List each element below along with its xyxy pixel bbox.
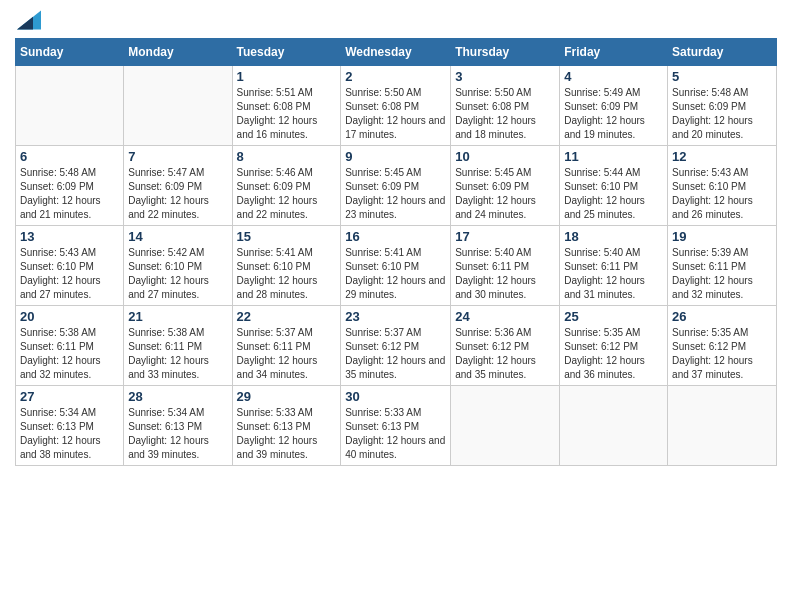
calendar-cell: 29Sunrise: 5:33 AM Sunset: 6:13 PM Dayli… [232,386,341,466]
day-number: 5 [672,69,772,84]
calendar-cell: 2Sunrise: 5:50 AM Sunset: 6:08 PM Daylig… [341,66,451,146]
calendar-week-row: 27Sunrise: 5:34 AM Sunset: 6:13 PM Dayli… [16,386,777,466]
calendar-cell: 1Sunrise: 5:51 AM Sunset: 6:08 PM Daylig… [232,66,341,146]
calendar-week-row: 20Sunrise: 5:38 AM Sunset: 6:11 PM Dayli… [16,306,777,386]
day-info: Sunrise: 5:48 AM Sunset: 6:09 PM Dayligh… [20,166,119,222]
calendar-cell: 21Sunrise: 5:38 AM Sunset: 6:11 PM Dayli… [124,306,232,386]
day-info: Sunrise: 5:50 AM Sunset: 6:08 PM Dayligh… [345,86,446,142]
calendar-cell: 27Sunrise: 5:34 AM Sunset: 6:13 PM Dayli… [16,386,124,466]
calendar-cell: 23Sunrise: 5:37 AM Sunset: 6:12 PM Dayli… [341,306,451,386]
day-info: Sunrise: 5:45 AM Sunset: 6:09 PM Dayligh… [345,166,446,222]
day-number: 26 [672,309,772,324]
day-info: Sunrise: 5:43 AM Sunset: 6:10 PM Dayligh… [20,246,119,302]
day-info: Sunrise: 5:38 AM Sunset: 6:11 PM Dayligh… [20,326,119,382]
calendar-cell [560,386,668,466]
page-header [15,10,777,30]
day-number: 30 [345,389,446,404]
day-number: 7 [128,149,227,164]
day-info: Sunrise: 5:39 AM Sunset: 6:11 PM Dayligh… [672,246,772,302]
day-number: 17 [455,229,555,244]
calendar-cell: 12Sunrise: 5:43 AM Sunset: 6:10 PM Dayli… [668,146,777,226]
day-info: Sunrise: 5:36 AM Sunset: 6:12 PM Dayligh… [455,326,555,382]
calendar-cell: 24Sunrise: 5:36 AM Sunset: 6:12 PM Dayli… [451,306,560,386]
day-info: Sunrise: 5:35 AM Sunset: 6:12 PM Dayligh… [672,326,772,382]
calendar-cell: 13Sunrise: 5:43 AM Sunset: 6:10 PM Dayli… [16,226,124,306]
weekday-header-wednesday: Wednesday [341,39,451,66]
day-info: Sunrise: 5:45 AM Sunset: 6:09 PM Dayligh… [455,166,555,222]
day-number: 15 [237,229,337,244]
calendar-cell: 26Sunrise: 5:35 AM Sunset: 6:12 PM Dayli… [668,306,777,386]
day-number: 23 [345,309,446,324]
weekday-header-monday: Monday [124,39,232,66]
calendar-cell: 9Sunrise: 5:45 AM Sunset: 6:09 PM Daylig… [341,146,451,226]
day-number: 6 [20,149,119,164]
calendar-week-row: 1Sunrise: 5:51 AM Sunset: 6:08 PM Daylig… [16,66,777,146]
calendar-header-row: SundayMondayTuesdayWednesdayThursdayFrid… [16,39,777,66]
day-info: Sunrise: 5:44 AM Sunset: 6:10 PM Dayligh… [564,166,663,222]
day-info: Sunrise: 5:33 AM Sunset: 6:13 PM Dayligh… [345,406,446,462]
calendar-cell [451,386,560,466]
day-info: Sunrise: 5:40 AM Sunset: 6:11 PM Dayligh… [455,246,555,302]
calendar-cell: 25Sunrise: 5:35 AM Sunset: 6:12 PM Dayli… [560,306,668,386]
day-number: 4 [564,69,663,84]
calendar-cell: 3Sunrise: 5:50 AM Sunset: 6:08 PM Daylig… [451,66,560,146]
calendar-cell: 5Sunrise: 5:48 AM Sunset: 6:09 PM Daylig… [668,66,777,146]
calendar-week-row: 6Sunrise: 5:48 AM Sunset: 6:09 PM Daylig… [16,146,777,226]
day-number: 25 [564,309,663,324]
calendar-cell: 18Sunrise: 5:40 AM Sunset: 6:11 PM Dayli… [560,226,668,306]
day-number: 22 [237,309,337,324]
day-number: 24 [455,309,555,324]
calendar-cell: 19Sunrise: 5:39 AM Sunset: 6:11 PM Dayli… [668,226,777,306]
day-info: Sunrise: 5:37 AM Sunset: 6:12 PM Dayligh… [345,326,446,382]
calendar-cell: 20Sunrise: 5:38 AM Sunset: 6:11 PM Dayli… [16,306,124,386]
day-info: Sunrise: 5:42 AM Sunset: 6:10 PM Dayligh… [128,246,227,302]
day-number: 21 [128,309,227,324]
day-number: 11 [564,149,663,164]
calendar-table: SundayMondayTuesdayWednesdayThursdayFrid… [15,38,777,466]
weekday-header-sunday: Sunday [16,39,124,66]
day-number: 9 [345,149,446,164]
day-number: 28 [128,389,227,404]
day-number: 8 [237,149,337,164]
calendar-cell: 8Sunrise: 5:46 AM Sunset: 6:09 PM Daylig… [232,146,341,226]
calendar-cell: 15Sunrise: 5:41 AM Sunset: 6:10 PM Dayli… [232,226,341,306]
day-info: Sunrise: 5:50 AM Sunset: 6:08 PM Dayligh… [455,86,555,142]
calendar-cell: 17Sunrise: 5:40 AM Sunset: 6:11 PM Dayli… [451,226,560,306]
calendar-cell [16,66,124,146]
calendar-cell: 11Sunrise: 5:44 AM Sunset: 6:10 PM Dayli… [560,146,668,226]
day-info: Sunrise: 5:33 AM Sunset: 6:13 PM Dayligh… [237,406,337,462]
day-number: 18 [564,229,663,244]
day-info: Sunrise: 5:48 AM Sunset: 6:09 PM Dayligh… [672,86,772,142]
weekday-header-thursday: Thursday [451,39,560,66]
calendar-cell: 10Sunrise: 5:45 AM Sunset: 6:09 PM Dayli… [451,146,560,226]
day-number: 1 [237,69,337,84]
calendar-cell: 30Sunrise: 5:33 AM Sunset: 6:13 PM Dayli… [341,386,451,466]
svg-marker-1 [17,17,33,30]
weekday-header-tuesday: Tuesday [232,39,341,66]
day-info: Sunrise: 5:49 AM Sunset: 6:09 PM Dayligh… [564,86,663,142]
calendar-cell: 6Sunrise: 5:48 AM Sunset: 6:09 PM Daylig… [16,146,124,226]
day-number: 16 [345,229,446,244]
weekday-header-saturday: Saturday [668,39,777,66]
day-info: Sunrise: 5:37 AM Sunset: 6:11 PM Dayligh… [237,326,337,382]
calendar-cell: 16Sunrise: 5:41 AM Sunset: 6:10 PM Dayli… [341,226,451,306]
day-number: 3 [455,69,555,84]
calendar-cell: 22Sunrise: 5:37 AM Sunset: 6:11 PM Dayli… [232,306,341,386]
day-info: Sunrise: 5:34 AM Sunset: 6:13 PM Dayligh… [128,406,227,462]
calendar-cell [668,386,777,466]
day-number: 13 [20,229,119,244]
day-info: Sunrise: 5:51 AM Sunset: 6:08 PM Dayligh… [237,86,337,142]
day-info: Sunrise: 5:43 AM Sunset: 6:10 PM Dayligh… [672,166,772,222]
logo-icon [17,10,41,30]
day-info: Sunrise: 5:40 AM Sunset: 6:11 PM Dayligh… [564,246,663,302]
day-number: 2 [345,69,446,84]
day-number: 14 [128,229,227,244]
calendar-week-row: 13Sunrise: 5:43 AM Sunset: 6:10 PM Dayli… [16,226,777,306]
calendar-cell: 4Sunrise: 5:49 AM Sunset: 6:09 PM Daylig… [560,66,668,146]
day-number: 19 [672,229,772,244]
day-number: 27 [20,389,119,404]
day-info: Sunrise: 5:41 AM Sunset: 6:10 PM Dayligh… [237,246,337,302]
calendar-cell: 7Sunrise: 5:47 AM Sunset: 6:09 PM Daylig… [124,146,232,226]
day-info: Sunrise: 5:47 AM Sunset: 6:09 PM Dayligh… [128,166,227,222]
calendar-cell: 14Sunrise: 5:42 AM Sunset: 6:10 PM Dayli… [124,226,232,306]
